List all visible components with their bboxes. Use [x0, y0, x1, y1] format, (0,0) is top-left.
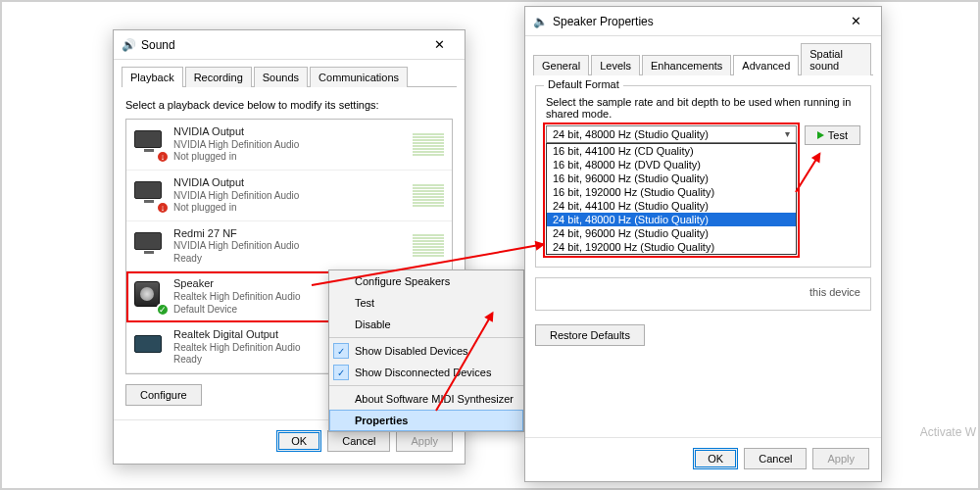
menu-properties[interactable]: Properties [329, 410, 523, 431]
menu-label: Configure Speakers [355, 275, 450, 287]
device-status: Not plugged in [173, 202, 413, 215]
exclusive-hint: this device [809, 286, 860, 298]
tab-enhancements[interactable]: Enhancements [642, 55, 731, 75]
monitor-icon [134, 232, 162, 250]
menu-label: Properties [355, 415, 408, 426]
cancel-button[interactable]: Cancel [327, 430, 390, 452]
restore-defaults-button[interactable]: Restore Defaults [535, 324, 645, 346]
default-format-legend: Default Format [544, 78, 623, 90]
format-option[interactable]: 16 bit, 44100 Hz (CD Quality) [547, 144, 796, 158]
menu-label: Show Disconnected Devices [355, 367, 491, 378]
format-option[interactable]: 24 bit, 96000 Hz (Studio Quality) [547, 226, 796, 240]
box-icon [134, 335, 162, 353]
format-option[interactable]: 24 bit, 48000 Hz (Studio Quality) [547, 213, 796, 226]
check-badge-icon: ✓ [156, 303, 170, 317]
ok-button[interactable]: OK [276, 430, 321, 452]
props-title: Speaker Properties [553, 15, 654, 28]
menu-about-software-midi-synthesizer[interactable]: About Software MIDI Synthesizer [329, 388, 523, 410]
speaker-icon [134, 281, 160, 307]
format-dropdown[interactable]: 16 bit, 44100 Hz (CD Quality)16 bit, 480… [546, 143, 797, 255]
down-badge-icon: ↓ [156, 150, 170, 164]
device-context-menu: Configure SpeakersTestDisable✓Show Disab… [328, 270, 524, 432]
menu-configure-speakers[interactable]: Configure Speakers [329, 270, 523, 292]
monitor-icon [134, 181, 162, 199]
device-driver: NVIDIA High Definition Audio [173, 139, 413, 152]
format-option[interactable]: 16 bit, 192000 Hz (Studio Quality) [547, 185, 796, 199]
sound-tabs: PlaybackRecordingSoundsCommunications [114, 60, 465, 86]
sound-instruction: Select a playback device below to modify… [125, 99, 453, 111]
speaker-properties-dialog: Speaker Properties ✕ GeneralLevelsEnhanc… [524, 6, 882, 482]
tab-recording[interactable]: Recording [185, 67, 252, 87]
menu-show-disconnected-devices[interactable]: ✓Show Disconnected Devices [329, 362, 523, 383]
cancel-button[interactable]: Cancel [744, 448, 807, 469]
device-status: Not plugged in [173, 151, 413, 164]
apply-button[interactable]: Apply [812, 448, 869, 469]
play-icon [817, 131, 824, 139]
device-name: NVIDIA Output [173, 125, 413, 139]
ok-button[interactable]: OK [693, 448, 738, 469]
tab-sounds[interactable]: Sounds [254, 67, 308, 87]
sound-titlebar[interactable]: Sound ✕ [114, 30, 465, 60]
monitor-icon [134, 130, 162, 148]
tab-general[interactable]: General [533, 55, 589, 75]
default-format-group: Default Format Select the sample rate an… [535, 85, 871, 268]
check-icon: ✓ [333, 365, 349, 380]
device-name: NVIDIA Output [173, 176, 413, 190]
close-icon[interactable]: ✕ [421, 37, 457, 52]
test-button[interactable]: Test [805, 125, 860, 145]
test-label: Test [828, 129, 848, 141]
format-option[interactable]: 24 bit, 192000 Hz (Studio Quality) [547, 240, 796, 254]
props-titlebar[interactable]: Speaker Properties ✕ [525, 7, 881, 36]
default-format-desc: Select the sample rate and bit depth to … [546, 96, 860, 120]
tab-playback[interactable]: Playback [122, 67, 183, 87]
device-row[interactable]: ↓NVIDIA OutputNVIDIA High Definition Aud… [126, 120, 452, 171]
tab-levels[interactable]: Levels [591, 55, 640, 75]
menu-show-disabled-devices[interactable]: ✓Show Disabled Devices [329, 340, 523, 362]
menu-label: Show Disabled Devices [355, 345, 468, 357]
device-driver: NVIDIA High Definition Audio [173, 240, 413, 253]
sound-title: Sound [141, 38, 175, 52]
level-meter-icon [413, 234, 444, 257]
format-option[interactable]: 16 bit, 96000 Hz (Studio Quality) [547, 172, 796, 185]
device-row[interactable]: Redmi 27 NFNVIDIA High Definition AudioR… [126, 221, 452, 272]
check-icon: ✓ [333, 343, 349, 359]
device-name: Redmi 27 NF [173, 227, 413, 241]
menu-label: Disable [355, 318, 391, 330]
configure-button[interactable]: Configure [125, 384, 202, 406]
down-badge-icon: ↓ [156, 201, 170, 215]
format-combobox[interactable]: 24 bit, 48000 Hz (Studio Quality) 16 bit… [546, 125, 797, 255]
tab-communications[interactable]: Communications [310, 67, 408, 87]
level-meter-icon [413, 133, 444, 156]
format-option[interactable]: 16 bit, 48000 Hz (DVD Quality) [547, 158, 796, 172]
props-tabs: GeneralLevelsEnhancementsAdvancedSpatial… [525, 36, 881, 74]
format-option[interactable]: 24 bit, 44100 Hz (Studio Quality) [547, 199, 796, 213]
format-selected[interactable]: 24 bit, 48000 Hz (Studio Quality) [546, 125, 797, 143]
sound-icon [122, 38, 135, 52]
speaker-icon [533, 15, 547, 28]
menu-label: Test [355, 297, 374, 309]
device-row[interactable]: ↓NVIDIA OutputNVIDIA High Definition Aud… [126, 171, 452, 221]
tab-spatial-sound[interactable]: Spatial sound [801, 43, 871, 75]
close-icon[interactable]: ✕ [838, 14, 873, 28]
menu-label: About Software MIDI Synthesizer [355, 393, 514, 405]
apply-button[interactable]: Apply [396, 430, 453, 452]
watermark-text: Activate W [920, 425, 976, 439]
tab-advanced[interactable]: Advanced [733, 55, 799, 75]
menu-test[interactable]: Test [329, 292, 523, 314]
exclusive-mode-group: this device [535, 277, 871, 311]
device-status: Ready [173, 253, 413, 266]
level-meter-icon [413, 184, 444, 207]
device-driver: NVIDIA High Definition Audio [173, 190, 413, 203]
